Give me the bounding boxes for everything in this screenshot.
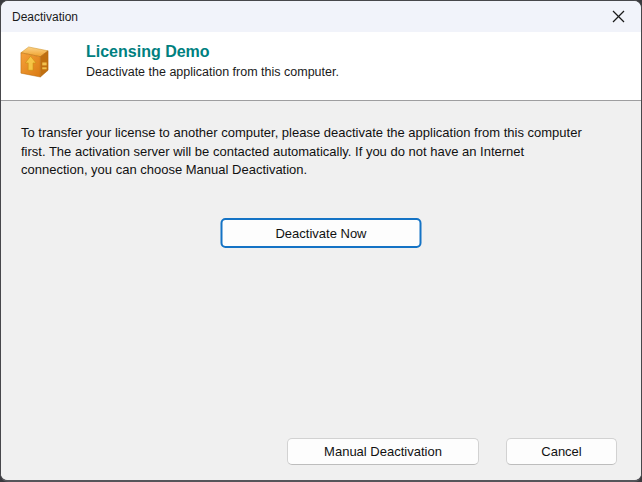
deactivate-now-button[interactable]: Deactivate Now xyxy=(221,218,422,248)
header-subtitle: Deactivate the application from this com… xyxy=(86,65,339,80)
manual-deactivation-button[interactable]: Manual Deactivation xyxy=(287,438,479,465)
deactivation-dialog: Deactivation xyxy=(0,0,642,482)
dialog-body: To transfer your license to another comp… xyxy=(1,101,641,480)
titlebar: Deactivation xyxy=(1,1,641,32)
package-box-icon xyxy=(18,44,51,83)
window-title: Deactivation xyxy=(12,10,78,24)
close-icon xyxy=(612,10,625,23)
cancel-button[interactable]: Cancel xyxy=(506,438,617,465)
instruction-text: To transfer your license to another comp… xyxy=(1,101,605,180)
header-title: Licensing Demo xyxy=(86,43,339,61)
close-button[interactable] xyxy=(596,1,641,32)
header-banner: Licensing Demo Deactivate the applicatio… xyxy=(1,32,641,100)
header-text: Licensing Demo Deactivate the applicatio… xyxy=(86,43,339,80)
